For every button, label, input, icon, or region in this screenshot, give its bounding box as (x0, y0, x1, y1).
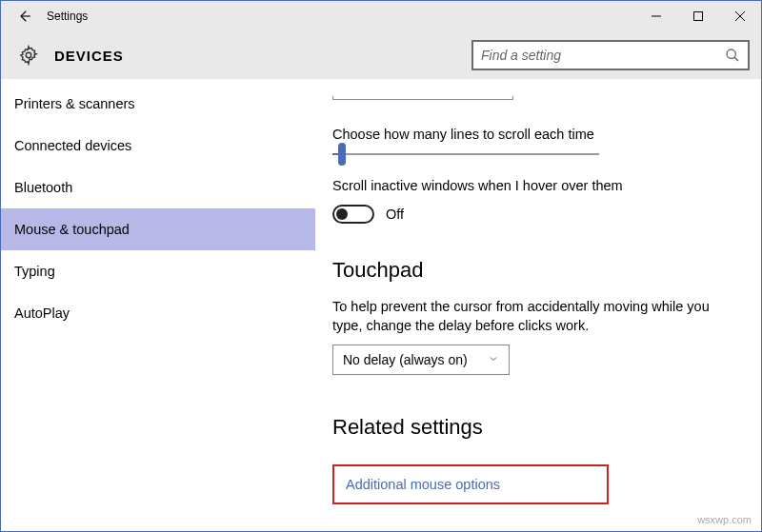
scroll-inactive-toggle[interactable] (332, 205, 374, 224)
content-area: Printers & scanners Connected devices Bl… (1, 79, 761, 531)
svg-point-1 (26, 52, 31, 58)
search-icon (725, 48, 740, 63)
related-settings-section: Related settings Additional mouse option… (332, 415, 738, 504)
minimize-button[interactable] (635, 1, 677, 31)
sidebar-item-typing[interactable]: Typing (1, 250, 315, 292)
sidebar-item-autoplay[interactable]: AutoPlay (1, 292, 315, 334)
touchpad-delay-select[interactable]: No delay (always on) (332, 345, 510, 375)
related-settings-title: Related settings (332, 415, 738, 440)
svg-point-2 (727, 49, 735, 58)
toggle-state-label: Off (386, 207, 404, 222)
search-input[interactable] (481, 48, 725, 63)
highlight-box: Additional mouse options (332, 464, 609, 504)
close-icon (735, 11, 745, 21)
touchpad-description: To help prevent the cursor from accident… (332, 298, 738, 335)
window-title: Settings (39, 10, 88, 23)
scroll-inactive-toggle-row: Off (332, 205, 738, 224)
sidebar: Printers & scanners Connected devices Bl… (1, 79, 315, 531)
cutoff-control (332, 96, 513, 100)
scroll-lines-slider-row (332, 153, 738, 155)
maximize-icon (693, 11, 703, 21)
scroll-lines-slider[interactable] (332, 153, 599, 155)
chevron-down-icon (479, 352, 499, 367)
page-header: DEVICES (1, 31, 761, 79)
page-title: DEVICES (39, 48, 124, 64)
sidebar-item-printers[interactable]: Printers & scanners (1, 83, 315, 125)
scroll-lines-label: Choose how many lines to scroll each tim… (332, 127, 738, 142)
scroll-inactive-label: Scroll inactive windows when I hover ove… (332, 178, 738, 193)
search-box[interactable] (471, 40, 750, 70)
title-bar: Settings (1, 1, 761, 31)
touchpad-delay-value: No delay (always on) (343, 352, 468, 367)
touchpad-section-title: Touchpad (332, 258, 738, 283)
window-controls (635, 1, 761, 31)
maximize-button[interactable] (677, 1, 719, 31)
gear-icon (18, 45, 39, 66)
back-arrow-icon (15, 8, 32, 25)
sidebar-item-mouse-touchpad[interactable]: Mouse & touchpad (1, 208, 315, 250)
toggle-knob (336, 208, 348, 220)
main-panel: Choose how many lines to scroll each tim… (315, 79, 761, 531)
sidebar-item-connected-devices[interactable]: Connected devices (1, 125, 315, 167)
back-button[interactable] (9, 1, 39, 31)
watermark: wsxwp.com (697, 514, 752, 525)
slider-thumb[interactable] (338, 143, 346, 166)
close-button[interactable] (719, 1, 761, 31)
sidebar-item-bluetooth[interactable]: Bluetooth (1, 167, 315, 208)
svg-rect-0 (694, 12, 703, 21)
additional-mouse-options-link[interactable]: Additional mouse options (346, 477, 500, 492)
minimize-icon (652, 11, 661, 21)
